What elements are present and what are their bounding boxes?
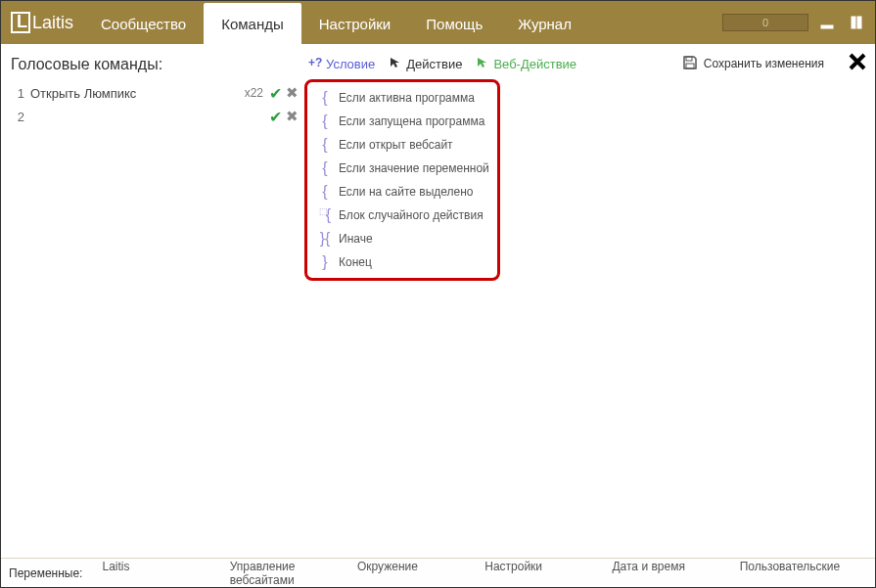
footer-item[interactable]: Окружение xyxy=(357,560,484,587)
footer-label: Переменные: xyxy=(9,566,82,580)
minimize-button[interactable] xyxy=(816,12,838,33)
x-icon[interactable]: ✖ xyxy=(286,84,299,102)
command-row[interactable]: 2✔✖ xyxy=(9,105,300,128)
close-icon xyxy=(848,52,867,71)
x-icon[interactable]: ✖ xyxy=(286,108,299,125)
cursor-icon xyxy=(389,56,402,72)
dropdown-item[interactable]: }{Иначе xyxy=(309,227,495,250)
dropdown-item[interactable]: {Если открыт вебсайт xyxy=(309,133,495,157)
dropdown-item-label: Если на сайте выделено xyxy=(339,185,474,199)
main-window: Laitis Сообщество Команды Настройки Помо… xyxy=(1,1,875,587)
titlebar-right: 0 xyxy=(722,12,867,33)
dropdown-item-label: Если значение переменной xyxy=(339,161,489,175)
row-name: Открыть Люмпикс xyxy=(30,86,245,101)
editor-panel: +? Условие Действие Веб-Действие xyxy=(300,44,875,558)
dropdown-item-label: Иначе xyxy=(339,232,373,246)
progress-indicator: 0 xyxy=(722,14,808,31)
question-icon: +? xyxy=(308,56,322,72)
editor-toolbar: +? Условие Действие Веб-Действие xyxy=(308,50,867,77)
footer-item[interactable]: Настройки xyxy=(484,560,612,587)
save-icon xyxy=(682,55,698,73)
tab-journal[interactable]: Журнал xyxy=(500,3,589,44)
footer-item[interactable]: Управление вебсайтами xyxy=(230,560,357,587)
action-button[interactable]: Действие xyxy=(389,56,462,72)
dropdown-item[interactable]: {Если значение переменной xyxy=(309,157,495,180)
dropdown-item-label: Если открыт вебсайт xyxy=(339,138,453,152)
check-icon[interactable]: ✔ xyxy=(269,108,282,126)
svg-rect-2 xyxy=(857,17,861,28)
command-row[interactable]: 1Открыть Люмпиксx22✔✖ xyxy=(9,81,300,105)
save-button[interactable]: Сохранить изменения xyxy=(682,55,824,73)
brace-icon: ⬚{ xyxy=(313,206,337,224)
check-icon[interactable]: ✔ xyxy=(269,84,282,103)
app-logo: Laitis xyxy=(1,1,83,44)
web-action-button[interactable]: Веб-Действие xyxy=(476,56,576,72)
dropdown-item-label: Конец xyxy=(339,255,372,269)
tab-commands[interactable]: Команды xyxy=(204,3,301,44)
tab-community[interactable]: Сообщество xyxy=(83,3,204,44)
footer-item[interactable]: Пользовательские xyxy=(740,560,867,587)
close-editor-button[interactable] xyxy=(848,52,867,75)
tabs: Сообщество Команды Настройки Помощь Журн… xyxy=(83,1,589,44)
row-index: 1 xyxy=(9,86,24,101)
tab-help[interactable]: Помощь xyxy=(408,3,500,44)
brace-icon: { xyxy=(313,89,337,107)
brace-icon: { xyxy=(313,159,337,177)
svg-rect-0 xyxy=(821,25,833,28)
commands-sidebar: Голосовые команды: 1Открыть Люмпиксx22✔✖… xyxy=(1,44,300,558)
svg-text:+?: +? xyxy=(308,56,322,69)
condition-button[interactable]: +? Условие xyxy=(308,56,375,72)
svg-rect-1 xyxy=(852,17,855,28)
dropdown-item[interactable]: ⬚{Блок случайного действия xyxy=(309,204,495,227)
brace-icon: { xyxy=(313,183,337,201)
titlebar: Laitis Сообщество Команды Настройки Помо… xyxy=(1,1,875,44)
footer-item[interactable]: Laitis xyxy=(102,560,229,587)
dropdown-item[interactable]: }Конец xyxy=(309,250,495,274)
condition-dropdown: {Если активна программа{Если запущена пр… xyxy=(304,79,500,281)
tab-settings[interactable]: Настройки xyxy=(301,3,409,44)
brace-icon: } xyxy=(313,253,337,271)
dropdown-item[interactable]: {Если активна программа xyxy=(309,86,495,110)
brace-icon: }{ xyxy=(313,230,337,248)
brace-icon: { xyxy=(313,136,337,154)
sidebar-title: Голосовые команды: xyxy=(9,52,300,81)
web-cursor-icon xyxy=(476,56,489,72)
footer-bar: Переменные: LaitisУправление вебсайтамиО… xyxy=(1,558,875,587)
dropdown-item[interactable]: {Если на сайте выделено xyxy=(309,180,495,204)
dropdown-item-label: Если запущена программа xyxy=(339,114,484,128)
dropdown-item-label: Блок случайного действия xyxy=(339,208,484,222)
pause-button[interactable] xyxy=(846,12,867,33)
dropdown-item-label: Если активна программа xyxy=(339,91,475,105)
brace-icon: { xyxy=(313,113,337,130)
content-area: Голосовые команды: 1Открыть Люмпиксx22✔✖… xyxy=(1,44,875,558)
dropdown-item[interactable]: {Если запущена программа xyxy=(309,110,495,133)
row-count: x22 xyxy=(245,86,263,100)
row-index: 2 xyxy=(9,110,24,124)
footer-item[interactable]: Дата и время xyxy=(612,560,739,587)
